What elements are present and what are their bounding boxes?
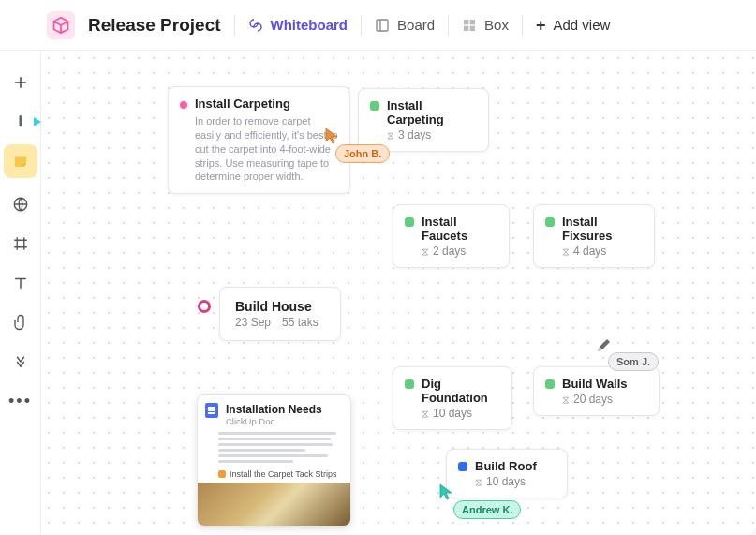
web-tool[interactable] bbox=[4, 187, 37, 221]
status-dot bbox=[370, 101, 379, 111]
card-title: Install Carpeting bbox=[195, 97, 338, 111]
app-frame: Release Project Whiteboard Board Box + A… bbox=[0, 0, 756, 535]
project-title: Release Project bbox=[88, 15, 221, 36]
doc-subtype: ClickUp Doc bbox=[226, 416, 322, 426]
status-dot bbox=[405, 217, 414, 227]
card-title: Install Faucets bbox=[422, 215, 497, 243]
card-task-count: 55 taks bbox=[282, 316, 319, 329]
more-tools[interactable]: ••• bbox=[4, 384, 37, 418]
connector-tool[interactable] bbox=[4, 345, 37, 379]
card-description: In order to remove carpet easily and eff… bbox=[195, 114, 338, 184]
whiteboard-icon bbox=[248, 18, 263, 33]
whiteboard-canvas[interactable]: Install Carpeting In order to remove car… bbox=[41, 51, 756, 535]
tab-label: Whiteboard bbox=[271, 17, 348, 33]
user-tag-andrew: Andrew K. bbox=[453, 500, 521, 519]
card-dig-foundation[interactable]: Dig Foundation ⧖10 days bbox=[393, 366, 512, 430]
add-view-label: Add view bbox=[553, 17, 610, 33]
box-icon bbox=[462, 18, 477, 33]
doc-snippet: Install the Carpet Tack Strips bbox=[198, 469, 350, 483]
card-build-house[interactable]: Build House 23 Sep 55 taks bbox=[219, 287, 341, 341]
svg-rect-4 bbox=[464, 25, 468, 30]
paperclip-icon bbox=[12, 314, 29, 331]
divider bbox=[234, 15, 235, 36]
divider bbox=[361, 15, 362, 36]
card-install-carpeting-detail[interactable]: Install Carpeting In order to remove car… bbox=[168, 86, 350, 194]
remote-cursor-andrew bbox=[439, 483, 452, 500]
bullet-icon bbox=[218, 470, 226, 478]
attach-tool[interactable] bbox=[4, 305, 37, 339]
svg-rect-0 bbox=[377, 20, 388, 31]
card-install-fixtures[interactable]: Install Fixsures ⧖4 days bbox=[533, 204, 655, 268]
doc-icon bbox=[205, 403, 218, 418]
status-dot bbox=[180, 101, 187, 109]
hourglass-icon: ⧖ bbox=[422, 245, 429, 258]
hourglass-icon: ⧖ bbox=[562, 245, 570, 258]
text-icon bbox=[12, 275, 29, 291]
card-build-walls[interactable]: Build Walls ⧖20 days bbox=[533, 366, 660, 416]
frame-tool[interactable] bbox=[4, 227, 37, 260]
svg-rect-3 bbox=[470, 20, 475, 24]
card-duration: 4 days bbox=[573, 245, 606, 258]
tab-board[interactable]: Board bbox=[375, 17, 435, 33]
card-install-faucets[interactable]: Install Faucets ⧖2 days bbox=[393, 204, 510, 268]
node-ring bbox=[198, 300, 211, 313]
text-tool[interactable] bbox=[4, 266, 37, 300]
card-title: Build House bbox=[235, 299, 325, 314]
tab-whiteboard[interactable]: Whiteboard bbox=[248, 17, 348, 33]
card-doc-installation-needs[interactable]: Installation Needs ClickUp Doc Install t… bbox=[197, 394, 351, 527]
sticky-note-icon bbox=[12, 153, 29, 170]
doc-title: Installation Needs bbox=[226, 403, 322, 416]
card-install-carpeting[interactable]: Install Carpeting ⧖3 days bbox=[358, 88, 489, 152]
pen-tool[interactable] bbox=[4, 105, 37, 139]
card-title: Dig Foundation bbox=[422, 377, 500, 405]
project-logo[interactable] bbox=[47, 11, 75, 39]
add-view-button[interactable]: + Add view bbox=[536, 17, 610, 34]
cube-icon bbox=[52, 16, 70, 35]
tab-label: Board bbox=[397, 17, 435, 33]
hourglass-icon: ⧖ bbox=[422, 408, 429, 420]
plus-icon bbox=[12, 74, 29, 91]
note-tool[interactable] bbox=[4, 144, 37, 178]
card-title: Install Fixsures bbox=[562, 215, 643, 243]
divider bbox=[448, 15, 449, 36]
card-duration: 10 days bbox=[433, 407, 472, 420]
card-date: 23 Sep bbox=[235, 316, 271, 329]
status-dot bbox=[405, 379, 414, 389]
svg-rect-2 bbox=[464, 20, 468, 24]
card-duration: 20 days bbox=[573, 393, 613, 406]
header: Release Project Whiteboard Board Box + A… bbox=[0, 0, 756, 51]
globe-icon bbox=[12, 196, 29, 213]
hourglass-icon: ⧖ bbox=[387, 129, 394, 141]
board-icon bbox=[375, 18, 390, 33]
divider bbox=[522, 15, 523, 36]
card-duration: 3 days bbox=[398, 128, 431, 141]
card-title: Build Walls bbox=[562, 377, 628, 391]
zigzag-icon bbox=[12, 353, 29, 370]
remote-cursor-john bbox=[325, 127, 338, 144]
plus-icon: + bbox=[536, 17, 546, 34]
status-dot bbox=[458, 462, 467, 471]
svg-rect-6 bbox=[19, 115, 22, 126]
status-dot bbox=[545, 217, 555, 227]
status-dot bbox=[545, 379, 555, 389]
frame-icon bbox=[12, 235, 29, 252]
pen-icon bbox=[12, 113, 29, 130]
card-duration: 10 days bbox=[486, 475, 526, 488]
add-tool[interactable] bbox=[4, 66, 37, 99]
hourglass-icon: ⧖ bbox=[562, 394, 570, 406]
more-icon: ••• bbox=[8, 392, 32, 411]
card-title: Install Carpeting bbox=[387, 98, 477, 126]
user-tag-som: Som J. bbox=[608, 352, 659, 371]
svg-rect-5 bbox=[470, 25, 475, 30]
doc-preview-lines bbox=[198, 428, 350, 469]
hourglass-icon: ⧖ bbox=[475, 476, 482, 488]
tab-label: Box bbox=[484, 17, 509, 33]
user-tag-john: John B. bbox=[335, 144, 390, 163]
left-toolbar: ••• bbox=[0, 51, 41, 535]
tab-box[interactable]: Box bbox=[462, 17, 509, 33]
card-build-roof[interactable]: Build Roof ⧖10 days bbox=[446, 449, 568, 498]
doc-thumbnail bbox=[198, 483, 350, 526]
card-title: Build Roof bbox=[475, 459, 537, 473]
remote-cursor-som bbox=[596, 338, 611, 353]
card-duration: 2 days bbox=[433, 245, 466, 258]
